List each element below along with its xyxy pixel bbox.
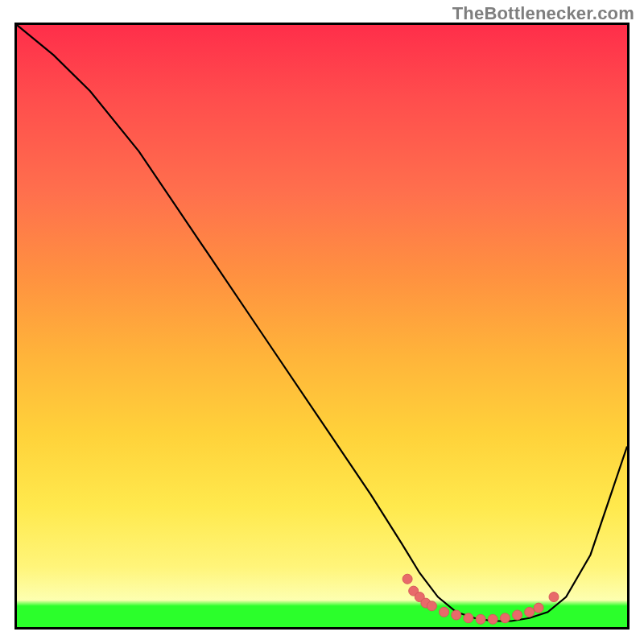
optimal-marker (500, 613, 510, 623)
optimal-marker (440, 607, 449, 617)
optimal-marker (402, 574, 412, 584)
optimal-marker (534, 603, 543, 613)
optimal-marker (525, 607, 535, 617)
optimal-marker (427, 601, 436, 611)
optimal-marker (476, 614, 485, 624)
plot-area (14, 23, 630, 630)
curve-svg (17, 25, 627, 627)
bottleneck-curve (17, 25, 627, 621)
optimal-marker (452, 610, 461, 620)
attribution-label: TheBottlenecker.com (452, 3, 634, 24)
optimal-marker (464, 613, 473, 623)
chart-frame: TheBottlenecker.com (0, 0, 644, 644)
optimal-marker (513, 610, 522, 620)
optimal-marker (549, 592, 559, 602)
optimal-marker (488, 614, 497, 624)
